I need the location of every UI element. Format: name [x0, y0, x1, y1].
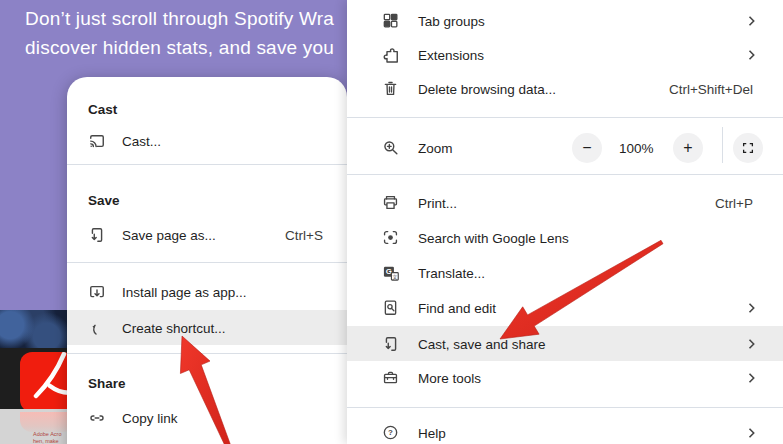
menu-divider	[347, 174, 783, 175]
shortcut-label: Ctrl+Shift+Del	[669, 82, 753, 97]
find-and-edit-icon	[381, 298, 401, 318]
chevron-right-icon	[745, 302, 758, 315]
submenu-section-header-share: Share	[67, 369, 347, 397]
chevron-right-icon	[745, 372, 758, 385]
menu-item-label: Install page as app...	[122, 285, 247, 300]
chevron-right-icon	[745, 15, 758, 28]
google-lens-icon	[381, 228, 401, 248]
thumbnail-caption-line1: Adobe Acro	[33, 431, 61, 437]
thumbnail-caption-line2: hen, make	[33, 438, 59, 444]
menu-item-label: Create shortcut...	[122, 320, 226, 335]
help-icon: ?	[381, 423, 401, 443]
menu-item-label: Cast, save and share	[418, 336, 546, 351]
menu-item-find-and-edit[interactable]: Find and edit	[347, 291, 783, 325]
menu-item-cast-save-and-share[interactable]: Cast, save and share	[347, 326, 783, 361]
menu-item-label: Save page as...	[122, 228, 216, 243]
menu-item-label: Help	[418, 426, 446, 441]
shortcut-label: Ctrl+P	[715, 196, 753, 211]
submenu-divider	[67, 262, 347, 263]
menu-item-zoom: Zoom − 100% +	[347, 130, 783, 165]
extensions-icon	[381, 45, 401, 65]
menu-item-label: Extensions	[418, 48, 484, 63]
menu-item-label: Cast...	[122, 134, 161, 149]
zoom-out-button[interactable]: −	[572, 133, 602, 163]
zoom-separator	[722, 127, 723, 163]
submenu-divider	[67, 353, 347, 354]
submenu-section-header-save: Save	[67, 186, 347, 214]
menu-item-print[interactable]: Print... Ctrl+P	[347, 186, 783, 220]
menu-item-label: More tools	[418, 371, 481, 386]
cast-save-share-icon	[381, 334, 401, 354]
zoom-icon	[381, 138, 401, 158]
menu-item-label: Search with Google Lens	[418, 231, 569, 246]
menu-item-save-page-as[interactable]: Save page as... Ctrl+S	[67, 218, 347, 252]
menu-item-label: Tab groups	[418, 14, 485, 29]
menu-item-search-with-google-lens[interactable]: Search with Google Lens	[347, 221, 783, 255]
menu-item-tab-groups[interactable]: Tab groups	[347, 4, 783, 38]
menu-item-help[interactable]: ? Help	[347, 416, 783, 444]
cast-save-share-submenu: Cast Cast... Save Save page as... Ctrl+S	[67, 77, 347, 444]
tab-groups-icon	[381, 11, 401, 31]
chevron-right-icon	[745, 337, 758, 350]
cast-icon	[87, 131, 107, 151]
chevron-right-icon	[745, 427, 758, 440]
create-shortcut-icon	[87, 318, 107, 338]
article-photo-thumbnail	[0, 310, 67, 348]
menu-item-label: Zoom	[418, 140, 453, 155]
menu-item-install-page-as-app[interactable]: Install page as app...	[67, 275, 347, 309]
shortcut-label: Ctrl+S	[285, 228, 323, 243]
menu-divider	[347, 407, 783, 408]
save-page-icon	[87, 225, 107, 245]
menu-item-label: Delete browsing data...	[418, 82, 556, 97]
zoom-level-value: 100%	[619, 140, 654, 155]
menu-divider	[347, 117, 783, 118]
chevron-right-icon	[745, 49, 758, 62]
copy-link-icon	[87, 408, 107, 428]
menu-item-more-tools[interactable]: More tools	[347, 361, 783, 395]
menu-item-cast[interactable]: Cast...	[67, 124, 347, 158]
menu-item-translate[interactable]: G 文 Translate...	[347, 256, 783, 290]
submenu-divider	[67, 164, 347, 165]
trash-icon	[381, 79, 401, 99]
menu-item-create-shortcut[interactable]: Create shortcut...	[67, 310, 347, 345]
menu-item-label: Print...	[418, 196, 457, 211]
zoom-in-button[interactable]: +	[673, 133, 703, 163]
menu-item-label: Copy link	[122, 411, 178, 426]
install-app-icon	[87, 282, 107, 302]
svg-text:文: 文	[392, 274, 398, 280]
article-heading-line1: Don’t just scroll through Spotify Wra	[25, 8, 348, 30]
menu-item-delete-browsing-data[interactable]: Delete browsing data... Ctrl+Shift+Del	[347, 72, 783, 106]
menu-item-extensions[interactable]: Extensions	[347, 38, 783, 72]
article-heading-line2: discover hidden stats, and save you	[25, 37, 348, 59]
fullscreen-button[interactable]	[733, 133, 763, 163]
menu-item-copy-link[interactable]: Copy link	[67, 401, 347, 435]
submenu-section-header-cast: Cast	[67, 95, 347, 123]
translate-icon: G 文	[381, 263, 401, 283]
menu-item-label: Translate...	[418, 266, 485, 281]
printer-icon	[381, 193, 401, 213]
more-tools-icon	[381, 368, 401, 388]
svg-text:?: ?	[388, 428, 393, 437]
browser-main-menu: Tab groups Extensions Delete browsing da…	[347, 0, 783, 444]
menu-item-label: Find and edit	[418, 301, 496, 316]
